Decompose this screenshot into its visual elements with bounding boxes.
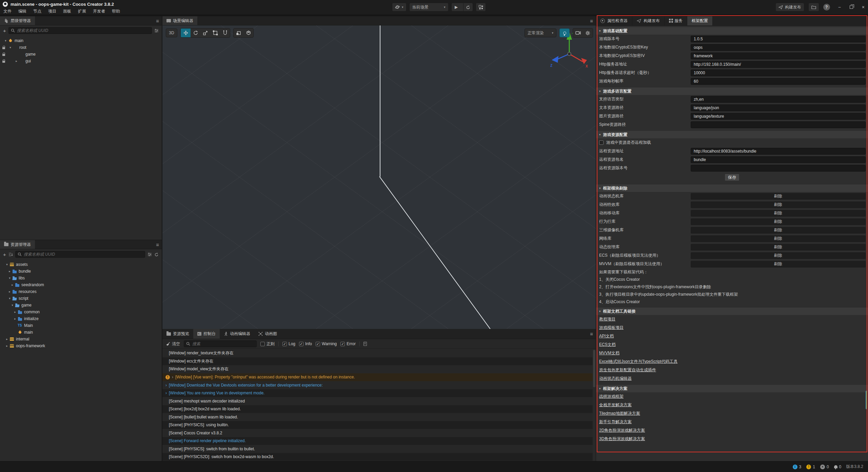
scene-select-dropdown[interactable]: 当前场景 ▾ — [409, 3, 449, 12]
notification-group[interactable]: 0 — [834, 465, 842, 469]
tree-item[interactable]: libs — [0, 275, 162, 281]
expand-chevron-icon[interactable]: › — [165, 391, 167, 395]
strip-module-button[interactable]: 剔除 — [691, 244, 866, 251]
tab-animation-graph[interactable]: 动画图 — [254, 329, 281, 339]
tree-item[interactable]: game — [0, 302, 162, 309]
coordinate-space-button[interactable] — [243, 28, 253, 37]
menu-item[interactable]: 文件 — [0, 8, 15, 15]
log-row[interactable]: › [Scene] Forward render pipeline initia… — [162, 437, 593, 445]
sort-assets-icon[interactable] — [8, 253, 13, 256]
chevron-icon[interactable] — [7, 270, 12, 273]
build-publish-button[interactable]: 构建发布 — [775, 3, 804, 12]
tree-item[interactable]: gui — [0, 58, 162, 64]
log-row[interactable]: › [Scene] meshopt wasm decoder initializ… — [162, 397, 593, 405]
log-row[interactable]: › [Scene] Cocos Creator v3.8.2 — [162, 429, 593, 437]
tree-item[interactable]: root — [0, 44, 162, 51]
log-file-icon[interactable] — [363, 342, 367, 346]
tree-item[interactable]: resources — [0, 288, 162, 295]
field-input[interactable]: http://192.168.0.150/main/ — [691, 61, 866, 68]
field-input[interactable]: 1.0.5 — [691, 36, 866, 42]
rotate-tool-button[interactable] — [191, 28, 200, 37]
field-input[interactable]: 10000 — [691, 70, 866, 76]
log-filter-checkbox[interactable]: Warning — [316, 341, 337, 346]
scene-editor-tab[interactable]: 场景编辑器 — [162, 16, 197, 25]
section-basic-config[interactable]: ▾ 游戏基础配置 — [596, 27, 868, 35]
restart-button[interactable] — [463, 3, 473, 12]
create-node-button[interactable]: + — [3, 28, 6, 33]
pivot-toggle-button[interactable] — [234, 28, 243, 37]
filter-icon[interactable] — [147, 253, 152, 256]
tree-item[interactable]: main — [0, 329, 162, 336]
tree-item[interactable]: script — [0, 295, 162, 302]
preview-target-dropdown[interactable]: ▾ — [392, 3, 407, 12]
tree-item[interactable]: game — [0, 51, 162, 58]
field-input[interactable] — [691, 121, 866, 128]
info-count-group[interactable]: i 3 — [793, 465, 802, 469]
solution-link[interactable]: 战棋游戏框架 — [599, 394, 624, 399]
log-row[interactable]: › [Window] You are running Vue in develo… — [162, 389, 593, 397]
tree-item[interactable]: seedrandom — [0, 281, 162, 288]
doc-link[interactable]: ECS文档 — [599, 342, 616, 348]
open-project-folder-button[interactable] — [808, 3, 819, 12]
field-input[interactable]: bundle — [691, 156, 866, 163]
menu-item[interactable]: 开发者 — [90, 8, 108, 15]
doc-link[interactable]: 动画状态机编辑器 — [599, 376, 632, 381]
tree-item[interactable]: assets — [0, 261, 162, 268]
scale-tool-button[interactable] — [200, 28, 210, 37]
strip-module-button[interactable]: 剔除 — [691, 235, 866, 242]
field-input[interactable]: oops — [691, 44, 866, 51]
tab-animation-editor[interactable]: 动画编辑器 — [220, 329, 254, 339]
log-filter-checkbox[interactable]: Error — [340, 341, 356, 346]
chevron-icon[interactable] — [13, 310, 17, 314]
tab-asset-preview[interactable]: 资源预览 — [162, 329, 193, 339]
console-scrollbar[interactable] — [593, 350, 595, 387]
strip-module-button[interactable]: 剔除 — [691, 261, 866, 268]
lock-icon[interactable] — [2, 54, 5, 56]
chevron-icon[interactable] — [3, 39, 8, 42]
error-count-group[interactable]: × 0 — [820, 465, 829, 469]
filter-icon[interactable] — [154, 29, 159, 33]
tab-property-inspector[interactable]: 属性检查器 — [596, 16, 632, 25]
tab-console[interactable]: >_ 控制台 — [193, 329, 220, 339]
render-mode-dropdown[interactable]: 正常渲染 ▾ — [525, 28, 556, 37]
chevron-icon[interactable] — [10, 303, 15, 307]
tree-item[interactable]: internal — [0, 336, 162, 342]
tab-build-publish[interactable]: 构建发布 — [632, 16, 665, 25]
tab-services[interactable]: 服务 — [665, 16, 687, 25]
doc-link[interactable]: 游戏模板项目 — [599, 325, 624, 331]
expand-chevron-icon[interactable]: › — [165, 383, 167, 388]
tree-item[interactable]: bundle — [0, 268, 162, 275]
projection-3d-toggle[interactable]: 3D — [166, 28, 177, 37]
remote-load-checkbox[interactable] — [599, 140, 604, 145]
log-row[interactable]: › [Scene] [PHYSICS]: using builtin. — [162, 421, 593, 429]
log-row[interactable]: › [Scene] [bullet]:bullet wasm lib loade… — [162, 413, 593, 421]
field-input[interactable] — [691, 165, 866, 172]
field-input[interactable]: zh,en — [691, 96, 866, 103]
field-input[interactable]: language/json — [691, 104, 866, 111]
chevron-icon[interactable] — [7, 290, 12, 293]
doc-link[interactable]: MVVM文档 — [599, 350, 619, 356]
scene-viewport[interactable]: Y X Z 3D — [162, 25, 596, 329]
panel-menu-icon[interactable]: ≡ — [590, 329, 593, 339]
chevron-icon[interactable] — [8, 46, 13, 49]
chevron-icon[interactable] — [5, 344, 9, 348]
panel-menu-icon[interactable]: ≡ — [156, 240, 159, 249]
inspector-scrollbar[interactable] — [866, 391, 867, 409]
log-row[interactable]: › [Window] Download the Vue Devtools ext… — [162, 381, 593, 389]
preview-qr-button[interactable] — [476, 3, 486, 12]
log-row[interactable]: › [Window] render_texture文件夹存在 — [162, 349, 593, 357]
ui-transform-tool-button[interactable] — [220, 28, 230, 37]
chevron-icon[interactable] — [7, 297, 12, 300]
section-resource-config[interactable]: ▾ 游戏资源配置 — [596, 131, 868, 138]
doc-link[interactable]: Excel格式转Json文件与TypeScript代码工具 — [599, 359, 677, 365]
menu-item[interactable]: 编辑 — [15, 8, 30, 15]
chevron-icon[interactable] — [7, 276, 12, 280]
tree-item[interactable]: Main — [0, 322, 162, 329]
log-row[interactable]: › [Window] ecs文件夹存在 — [162, 357, 593, 366]
chevron-icon[interactable] — [5, 337, 9, 341]
section-solutions[interactable]: ▾ 框架解决方案 — [596, 385, 868, 392]
log-row[interactable]: › [Scene] [PHYSICS]: switch from builtin… — [162, 445, 593, 453]
strip-module-button[interactable]: 剔除 — [691, 201, 866, 208]
create-asset-button[interactable]: + — [3, 252, 6, 257]
log-row[interactable]: › [Window] model_view文件夹存在 — [162, 365, 593, 373]
